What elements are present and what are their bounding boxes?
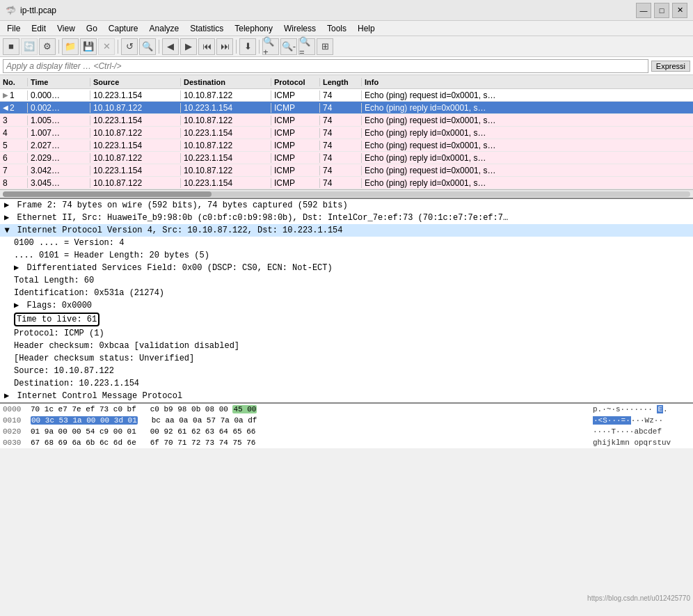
expand-triangle: ▶ <box>4 212 9 223</box>
packet-dst: 10.223.1.154 <box>181 178 271 188</box>
expand-triangle: ▶ <box>14 300 19 311</box>
scrollbar-thumb[interactable] <box>3 191 212 197</box>
packet-row-5[interactable]: 5 2.027… 10.223.1.154 10.10.87.122 ICMP … <box>0 139 693 152</box>
detail-row-checksum[interactable]: Header checksum: 0xbcaa [validation disa… <box>0 340 693 352</box>
stop-button[interactable]: ■ <box>3 38 19 55</box>
capture-options-button[interactable]: ⚙ <box>39 38 56 55</box>
detail-text: [Header checksum status: Unverified] <box>14 354 194 363</box>
packet-time: 0.002… <box>28 103 90 113</box>
packet-src: 10.10.87.122 <box>90 178 181 188</box>
packet-row-2[interactable]: ◀2 0.002… 10.10.87.122 10.223.1.154 ICMP… <box>0 102 693 114</box>
detail-row-total-len[interactable]: Total Length: 60 <box>0 274 693 287</box>
autoscroll-button[interactable]: ⬇ <box>239 38 256 55</box>
zoom-in-button[interactable]: 🔍+ <box>262 38 279 55</box>
close-button[interactable]: ✕ <box>672 3 687 18</box>
detail-text: Internet Control Message Protocol <box>17 391 182 401</box>
packet-row-6[interactable]: 6 2.029… 10.10.87.122 10.223.1.154 ICMP … <box>0 152 693 164</box>
packet-len: 74 <box>320 128 362 138</box>
go-last-button[interactable]: ⏭ <box>216 38 233 55</box>
detail-row-flags[interactable]: ▶ Flags: 0x0000 <box>0 299 693 312</box>
packet-proto: ICMP <box>271 116 320 125</box>
hex-ascii: p.·~·s······· E. <box>593 404 690 415</box>
menu-tools[interactable]: Tools <box>321 22 352 35</box>
packet-row-1[interactable]: ▶1 0.000… 10.223.1.154 10.10.87.122 ICMP… <box>0 89 693 102</box>
detail-row-src-ip[interactable]: Source: 10.10.87.122 <box>0 365 693 377</box>
go-forward-button[interactable]: ▶ <box>180 38 197 55</box>
filter-expressi-button[interactable]: Expressi <box>651 61 690 72</box>
go-back-button[interactable]: ◀ <box>162 38 179 55</box>
menu-wireless[interactable]: Wireless <box>278 22 321 35</box>
packet-src: 10.10.87.122 <box>90 153 181 163</box>
packet-row-7[interactable]: 7 3.042… 10.223.1.154 10.10.87.122 ICMP … <box>0 164 693 177</box>
hex-bytes: 67 68 69 6a 6b 6c 6d 6e 6f 70 71 72 73 7… <box>31 437 593 448</box>
menu-view[interactable]: View <box>51 22 81 35</box>
maximize-button[interactable]: □ <box>654 3 669 18</box>
packet-time: 1.007… <box>28 128 90 138</box>
detail-row-dst-ip[interactable]: Destination: 10.223.1.154 <box>0 377 693 390</box>
detail-text: 0100 .... = Version: 4 <box>14 238 124 248</box>
detail-row-ethernet[interactable]: ▶ Ethernet II, Src: HuaweiTe_b9:98:0b (c… <box>0 212 693 224</box>
go-first-button[interactable]: ⏮ <box>198 38 215 55</box>
packet-proto: ICMP <box>271 90 320 100</box>
col-header-protocol: Protocol <box>271 78 320 86</box>
packet-src: 10.10.87.122 <box>90 128 181 138</box>
detail-text: Source: 10.10.87.122 <box>14 366 114 376</box>
horizontal-scrollbar[interactable] <box>0 189 693 198</box>
close-file-button[interactable]: ✕ <box>98 38 115 55</box>
hex-bytes: 00 3c 53 1a 00 00 3d 01 bc aa 0a 0a 57 7… <box>31 415 593 426</box>
open-button[interactable]: 📁 <box>62 38 79 55</box>
packet-len: 74 <box>320 116 362 125</box>
detail-row-dscp[interactable]: ▶ Differentiated Services Field: 0x00 (D… <box>0 262 693 274</box>
packet-row-3[interactable]: 3 1.005… 10.223.1.154 10.10.87.122 ICMP … <box>0 114 693 127</box>
packet-src: 10.223.1.154 <box>90 90 181 100</box>
zoom-out-button[interactable]: 🔍- <box>280 38 297 55</box>
toolbar-separator-5 <box>259 40 260 54</box>
menu-edit[interactable]: Edit <box>26 22 51 35</box>
packet-time: 2.029… <box>28 153 90 163</box>
titlebar-title: ip-ttl.pcap <box>20 6 56 15</box>
menu-help[interactable]: Help <box>352 22 381 35</box>
resize-columns-button[interactable]: ⊞ <box>317 38 333 55</box>
restart-button[interactable]: 🔄 <box>21 38 38 55</box>
zoom-normal-button[interactable]: 🔍= <box>298 38 315 55</box>
menu-go[interactable]: Go <box>81 22 103 35</box>
detail-row-ttl[interactable]: Time to live: 61 <box>0 312 693 327</box>
scrollbar-track[interactable] <box>3 191 690 197</box>
packet-len: 74 <box>320 90 362 100</box>
hex-pane: 0000 70 1c e7 7e ef 73 c0 bf c0 b9 98 0b… <box>0 402 693 448</box>
detail-text: Header checksum: 0xbcaa [validation disa… <box>14 341 239 351</box>
titlebar-controls: — □ ✕ <box>636 3 687 18</box>
packet-no: 6 <box>0 153 28 163</box>
save-button[interactable]: 💾 <box>80 38 97 55</box>
minimize-button[interactable]: — <box>636 3 651 18</box>
menu-capture[interactable]: Capture <box>103 22 144 35</box>
detail-row-header-len[interactable]: .... 0101 = Header Length: 20 bytes (5) <box>0 249 693 262</box>
detail-row-version[interactable]: 0100 .... = Version: 4 <box>0 237 693 249</box>
detail-row-checksum-status[interactable]: [Header checksum status: Unverified] <box>0 352 693 365</box>
packet-len: 74 <box>320 166 362 175</box>
reload-button[interactable]: ↺ <box>121 38 138 55</box>
packet-src: 10.223.1.154 <box>90 166 181 175</box>
menu-analyze[interactable]: Analyze <box>144 22 185 35</box>
packet-row-8[interactable]: 8 3.045… 10.10.87.122 10.223.1.154 ICMP … <box>0 177 693 189</box>
packet-proto: ICMP <box>271 153 320 163</box>
detail-row-protocol[interactable]: Protocol: ICMP (1) <box>0 327 693 340</box>
detail-row-frame[interactable]: ▶ Frame 2: 74 bytes on wire (592 bits), … <box>0 199 693 212</box>
detail-row-ip[interactable]: ▶ Internet Protocol Version 4, Src: 10.1… <box>0 224 693 237</box>
expand-triangle: ▶ <box>4 200 9 211</box>
find-button[interactable]: 🔍 <box>139 38 156 55</box>
expand-triangle: ▶ <box>4 390 9 402</box>
detail-row-icmp[interactable]: ▶ Internet Control Message Protocol <box>0 390 693 402</box>
menu-file[interactable]: File <box>1 22 26 35</box>
col-header-time: Time <box>28 78 90 86</box>
menu-statistics[interactable]: Statistics <box>184 22 229 35</box>
titlebar-left: 🦈 ip-ttl.pcap <box>6 6 56 15</box>
menu-telephony[interactable]: Telephony <box>229 22 278 35</box>
packet-row-4[interactable]: 4 1.007… 10.10.87.122 10.223.1.154 ICMP … <box>0 127 693 139</box>
detail-row-identification[interactable]: Identification: 0x531a (21274) <box>0 287 693 299</box>
detail-text: Frame 2: 74 bytes on wire (592 bits), 74… <box>17 200 347 210</box>
col-header-source: Source <box>90 78 181 86</box>
expand-triangle: ▶ <box>1 228 13 232</box>
display-filter-input[interactable] <box>3 59 648 73</box>
packet-dst: 10.10.87.122 <box>181 141 271 150</box>
